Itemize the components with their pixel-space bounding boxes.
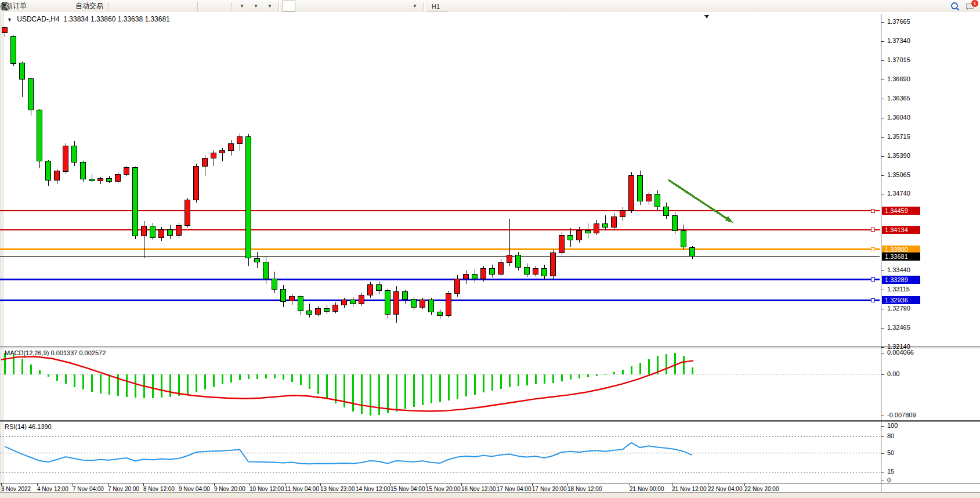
time-tick-label: 16 Nov 12:00 bbox=[461, 486, 496, 492]
text-tool-button[interactable]: A bbox=[380, 1, 393, 12]
time-axis[interactable]: 3 Nov 2022 4 Nov 12:00 7 Nov 04:00 7 Nov… bbox=[0, 483, 980, 492]
line-end-marker[interactable] bbox=[871, 278, 874, 282]
rsi-tick-label: 50 bbox=[887, 449, 894, 456]
ohlc-values: 1.33834 1.33860 1.33638 1.33681 bbox=[63, 15, 170, 23]
bar-chart-mode-button[interactable] bbox=[112, 1, 125, 12]
time-tick-label: 14 Nov 12:00 bbox=[356, 486, 390, 492]
zoom-in-button[interactable] bbox=[154, 1, 167, 12]
axis-tick bbox=[881, 309, 884, 309]
chevron-down-icon: ▼ bbox=[254, 3, 258, 9]
toolbar-separator bbox=[108, 2, 109, 11]
templates-button[interactable]: ▼ bbox=[263, 1, 276, 12]
axis-tick bbox=[881, 374, 884, 375]
axis-tick bbox=[881, 472, 884, 472]
timeframe-button-h1[interactable]: H1 bbox=[428, 1, 448, 12]
candle-chart-mode-button[interactable] bbox=[126, 1, 139, 12]
search-icon bbox=[950, 1, 960, 12]
fibonacci-tool-button[interactable]: F bbox=[366, 1, 379, 12]
level-price-badge: 1.32936 bbox=[882, 296, 920, 304]
macd-tick-label: -0.007809 bbox=[887, 412, 916, 418]
main-price-chart[interactable] bbox=[0, 12, 881, 348]
candles bbox=[2, 26, 695, 323]
price-tick-label: 1.37015 bbox=[887, 56, 910, 63]
axis-tick bbox=[881, 156, 884, 157]
arrows-shapes-icon bbox=[0, 2, 9, 11]
main-toolbar: 新订单 自动交易 bbox=[0, 0, 980, 13]
panel-separator[interactable] bbox=[0, 347, 980, 348]
autotrade-button[interactable]: 自动交易 bbox=[71, 1, 105, 12]
time-tick-label: 21 Nov 12:00 bbox=[672, 486, 707, 492]
level-price-badge: 1.33289 bbox=[882, 276, 920, 284]
horizontal-line-tool-button[interactable] bbox=[324, 1, 337, 12]
time-tick-label: 22 Nov 04:00 bbox=[708, 486, 743, 492]
indicators-button[interactable]: ▼ bbox=[235, 1, 248, 12]
vertical-line-tool-button[interactable] bbox=[310, 1, 323, 12]
auto-scroll-button[interactable] bbox=[201, 1, 214, 12]
line-chart-mode-button[interactable] bbox=[140, 1, 153, 12]
notifications-button[interactable]: 1 bbox=[964, 1, 977, 12]
chart-shift-button[interactable] bbox=[215, 1, 228, 12]
chart-title: ▼ USDCAD-,H4 1.33834 1.33860 1.33638 1.3… bbox=[7, 15, 170, 23]
market-watch-button[interactable] bbox=[30, 1, 42, 12]
rsi-tick-label: 80 bbox=[887, 432, 894, 439]
macd-panel[interactable] bbox=[0, 348, 881, 421]
price-tick-label: 1.36040 bbox=[887, 114, 910, 121]
chart-window: ▼ USDCAD-,H4 1.33834 1.33860 1.33638 1.3… bbox=[0, 12, 980, 498]
line-end-marker[interactable] bbox=[871, 298, 874, 302]
axis-tick bbox=[881, 347, 884, 348]
rsi-tick-label: 0 bbox=[887, 477, 891, 483]
price-tick-label: 1.33440 bbox=[887, 266, 910, 273]
line-end-marker[interactable] bbox=[871, 248, 874, 251]
axis-tick bbox=[881, 481, 884, 481]
axis-tick bbox=[881, 80, 884, 80]
cursor-tool-button[interactable] bbox=[283, 1, 295, 12]
channel-tool-button[interactable]: E bbox=[352, 1, 365, 12]
time-tick-label: 9 Nov 20:00 bbox=[214, 486, 245, 492]
arrows-tool-button[interactable]: ▼ bbox=[408, 1, 421, 12]
price-tick-label: 1.33115 bbox=[887, 286, 910, 293]
toolbar-separator bbox=[197, 2, 198, 11]
rsi-panel[interactable] bbox=[0, 422, 881, 483]
crosshair-tool-button[interactable] bbox=[296, 1, 309, 12]
current-price-badge: 1.33681 bbox=[882, 252, 920, 261]
level-price-badge: 1.34459 bbox=[882, 207, 920, 215]
zoom-out-button[interactable] bbox=[168, 1, 180, 12]
search-button[interactable] bbox=[950, 1, 963, 12]
price-tick-label: 1.32790 bbox=[887, 305, 910, 312]
time-tick-label: 17 Nov 20:00 bbox=[532, 486, 567, 492]
rsi-tick-label: 100 bbox=[887, 422, 898, 429]
right-shift-marker[interactable] bbox=[704, 15, 709, 19]
time-tick-label: 7 Nov 04:00 bbox=[73, 486, 104, 492]
periods-button[interactable]: ▼ bbox=[249, 1, 262, 12]
tile-windows-button[interactable] bbox=[182, 1, 194, 12]
axis-tick bbox=[881, 137, 884, 138]
collapse-triangle-icon[interactable]: ▼ bbox=[7, 17, 12, 23]
axis-tick bbox=[881, 22, 884, 23]
text-label-tool-button[interactable]: T bbox=[394, 1, 407, 12]
line-end-marker[interactable] bbox=[871, 228, 874, 232]
price-tick-label: 1.36365 bbox=[887, 95, 910, 102]
autotrade-label: 自动交易 bbox=[75, 1, 103, 11]
panel-separator[interactable] bbox=[0, 420, 980, 422]
chevron-down-icon: ▼ bbox=[240, 3, 244, 9]
price-tick-label: 1.34740 bbox=[887, 190, 910, 197]
macd-tick-label: 0.004066 bbox=[887, 349, 914, 356]
time-tick-label: 18 Nov 12:00 bbox=[567, 486, 602, 492]
chevron-down-icon: ▼ bbox=[413, 3, 417, 9]
news-button[interactable] bbox=[57, 1, 70, 12]
chevron-down-icon: ▼ bbox=[267, 3, 272, 9]
trend-arrow[interactable] bbox=[668, 180, 733, 223]
time-tick-label: 7 Nov 20:00 bbox=[108, 486, 139, 492]
macd-histogram bbox=[4, 353, 693, 416]
axis-tick bbox=[881, 436, 884, 437]
rsi-tick-label: 15 bbox=[887, 468, 894, 475]
line-end-marker[interactable] bbox=[871, 209, 874, 212]
axis-tick bbox=[881, 118, 884, 118]
time-tick-label: 8 Nov 12:00 bbox=[143, 486, 175, 492]
price-tick-label: 1.35065 bbox=[887, 171, 910, 178]
toolbar-separator bbox=[231, 2, 232, 11]
trendline-tool-button[interactable] bbox=[338, 1, 351, 12]
data-window-button[interactable] bbox=[44, 1, 56, 12]
toolbar-separator bbox=[424, 2, 425, 11]
price-axis-column[interactable]: 1.37665 1.37340 1.37015 1.36690 1.36365 … bbox=[881, 12, 980, 492]
